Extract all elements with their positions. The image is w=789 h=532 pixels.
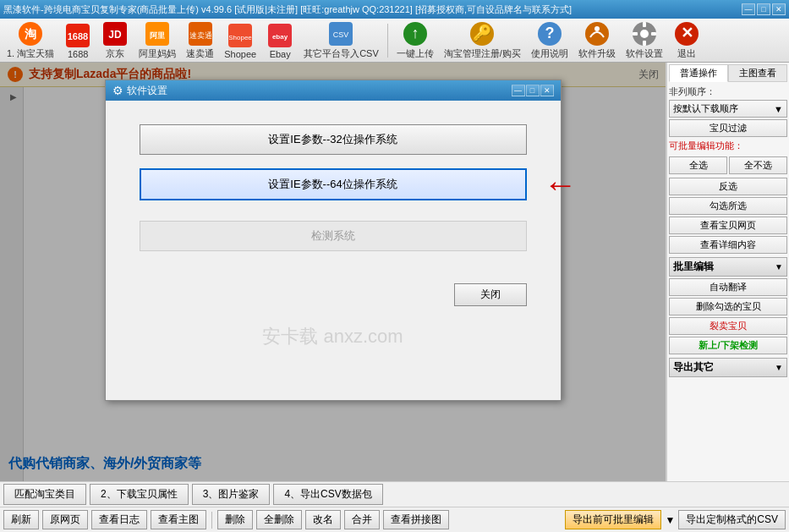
exit-icon: ✕ xyxy=(673,20,700,47)
btn-ie-32[interactable]: 设置IE参数--32位操作系统 xyxy=(140,124,527,155)
settings-label: 软件设置 xyxy=(626,47,663,60)
taobao-mgr-icon: 🔑 xyxy=(468,20,496,47)
sort-section-title: 非列顺序： xyxy=(669,85,787,98)
merge-button[interactable]: 合并 xyxy=(344,510,380,529)
bottom-bar-right: 导出前可批里编辑 ▼ 导出定制格式的CSV xyxy=(565,510,786,529)
tab-image-appraise[interactable]: 3、图片鉴家 xyxy=(192,484,271,505)
other-label: 其它平台导入CSV xyxy=(304,47,379,60)
btn-detect-system[interactable]: 检测系统 xyxy=(140,221,527,251)
svg-rect-29 xyxy=(651,32,656,36)
toolbar-item-upload[interactable]: ↑ 一键上传 xyxy=(393,19,437,62)
tab-main-image[interactable]: 主图查看 xyxy=(728,64,787,82)
exit-label: 退出 xyxy=(677,47,696,60)
check-selected-button[interactable]: 勾选所选 xyxy=(669,197,787,215)
invert-select-button[interactable]: 反选 xyxy=(669,178,787,195)
bottom-separator xyxy=(211,512,212,529)
toolbar-item-alibaba[interactable]: 阿里 阿里妈妈 xyxy=(135,19,179,62)
refresh-button[interactable]: 刷新 xyxy=(3,510,39,529)
settings-icon xyxy=(631,20,658,47)
dialog-title-bar: ⚙ 软件设置 — □ ✕ xyxy=(106,80,561,101)
taobao-icon: 淘 xyxy=(17,20,44,47)
shopee-icon: Shopee xyxy=(227,22,254,49)
dialog-close-footer-button[interactable]: 关闭 xyxy=(454,283,527,306)
1688-icon: 1688 xyxy=(64,22,91,49)
toolbar-item-shopee[interactable]: Shopee Shopee xyxy=(221,20,260,61)
delete-all-button[interactable]: 全删除 xyxy=(256,510,302,529)
toolbar-item-settings[interactable]: 软件设置 xyxy=(622,19,666,62)
toolbar: 淘 1. 淘宝天猫 1688 1688 JD 京东 阿里 阿里妈妈 速卖通 速卖… xyxy=(0,19,789,63)
svg-text:Shopee: Shopee xyxy=(228,34,252,41)
custom-csv-button[interactable]: 导出定制格式的CSV xyxy=(678,510,786,529)
sort-dropdown-arrow: ▼ xyxy=(774,104,783,114)
title-bar: 黑漆软件-跨境电商宝贝复制专家(商品批量上传) v4.99.6 [试用版|未注册… xyxy=(0,0,789,19)
upload-label: 一键上传 xyxy=(397,47,434,60)
dropdown-arrow-export: ▼ xyxy=(665,510,675,529)
dialog-title-content: ⚙ 软件设置 xyxy=(112,84,167,98)
select-all-row: 全选 全不选 xyxy=(669,155,787,176)
maximize-button[interactable]: □ xyxy=(757,3,770,15)
export-section-header: 导出其它 ▼ xyxy=(669,358,787,377)
close-button[interactable]: ✕ xyxy=(772,3,786,15)
toolbar-item-exit[interactable]: ✕ 退出 xyxy=(670,19,704,62)
toolbar-item-other[interactable]: CSV 其它平台导入CSV xyxy=(300,19,382,62)
tab-normal-operation[interactable]: 普通操作 xyxy=(669,64,728,82)
filter-button[interactable]: 宝贝过滤 xyxy=(669,119,787,137)
toolbar-item-1688[interactable]: 1688 1688 xyxy=(61,20,95,61)
ebay-icon: ebay xyxy=(266,22,293,49)
batch-edit-section-label: 批里编辑 xyxy=(673,260,714,274)
delete-checked-button[interactable]: 删除勾选的宝贝 xyxy=(669,298,787,315)
toolbar-item-ebay[interactable]: ebay Ebay xyxy=(263,20,297,61)
svg-rect-26 xyxy=(643,22,646,27)
select-none-button[interactable]: 全不选 xyxy=(729,156,787,174)
dialog-title-icon: ⚙ xyxy=(112,84,123,97)
suchang-label: 速卖通 xyxy=(186,47,214,60)
view-main-img-button[interactable]: 查看主图 xyxy=(151,510,206,529)
bottom-bar: 刷新 原网页 查看日志 查看主图 删除 全删除 改名 合并 查看拼接图 导出前可… xyxy=(0,507,789,532)
1688-label: 1688 xyxy=(68,49,88,59)
upgrade-icon xyxy=(584,20,611,47)
auto-translate-button[interactable]: 自动翻译 xyxy=(669,278,787,296)
sell-item-button[interactable]: 裂卖宝贝 xyxy=(669,317,787,335)
svg-text:↑: ↑ xyxy=(411,25,419,41)
toolbar-item-suchang[interactable]: 速卖通 速卖通 xyxy=(183,19,217,62)
toolbar-item-taobao[interactable]: 淘 1. 淘宝天猫 xyxy=(3,19,58,62)
tab-download-attrs[interactable]: 2、下载宝贝属性 xyxy=(90,484,189,505)
suchang-icon: 速卖通 xyxy=(187,20,214,47)
rename-button[interactable]: 改名 xyxy=(305,510,341,529)
svg-point-22 xyxy=(585,22,609,46)
svg-text:阿里: 阿里 xyxy=(150,31,166,40)
original-page-button[interactable]: 原网页 xyxy=(42,510,88,529)
view-log-button[interactable]: 查看日志 xyxy=(91,510,147,529)
tab-export-csv[interactable]: 4、导出CSV数据包 xyxy=(273,484,382,505)
btn-ie-64[interactable]: 设置IE参数--64位操作系统 xyxy=(140,168,527,200)
view-detail-button[interactable]: 查看详细内容 xyxy=(669,236,787,254)
help-icon: ? xyxy=(536,20,563,47)
new-listing-button[interactable]: 新上/下架检测 xyxy=(669,337,787,354)
help-label: 使用说明 xyxy=(531,47,568,60)
dialog-close-button[interactable]: ✕ xyxy=(540,85,554,96)
toolbar-item-jd[interactable]: JD 京东 xyxy=(98,19,132,62)
toolbar-item-help[interactable]: ? 使用说明 xyxy=(528,19,572,62)
other-icon: CSV xyxy=(327,20,354,47)
tab-match-category[interactable]: 匹配淘宝类目 xyxy=(3,484,86,505)
shopee-label: Shopee xyxy=(224,49,256,59)
svg-text:速卖通: 速卖通 xyxy=(189,31,211,40)
delete-button[interactable]: 删除 xyxy=(217,510,253,529)
batch-edit-before-export-button[interactable]: 导出前可批里编辑 xyxy=(565,510,661,529)
dialog-watermark: 安卡载 anxz.com xyxy=(262,324,403,349)
minimize-button[interactable]: — xyxy=(742,3,755,15)
btn-detect-container: 检测系统 xyxy=(140,221,527,251)
view-web-button[interactable]: 查看宝贝网页 xyxy=(669,217,787,234)
dialog-title-label: 软件设置 xyxy=(127,84,167,98)
select-all-button[interactable]: 全选 xyxy=(669,156,727,174)
sort-dropdown[interactable]: 按默认下载顺序 ▼ xyxy=(669,100,787,118)
main-area: ! 支持复制Lazada平台的商品啦! 关闭 ▶ 代购代销商家、海外/外贸商家等… xyxy=(0,63,789,481)
dialog-minimize-button[interactable]: — xyxy=(512,85,525,96)
dialog-maximize-button[interactable]: □ xyxy=(526,85,540,96)
toolbar-item-taobao-mgr[interactable]: 🔑 淘宝管理注册/购买 xyxy=(441,19,524,62)
toolbar-separator-1 xyxy=(387,24,388,58)
dialog-footer: 关闭 xyxy=(106,275,561,323)
toolbar-item-upgrade[interactable]: 软件升级 xyxy=(575,19,619,62)
svg-text:1688: 1688 xyxy=(68,31,88,41)
view-draft-button[interactable]: 查看拼接图 xyxy=(383,510,449,529)
